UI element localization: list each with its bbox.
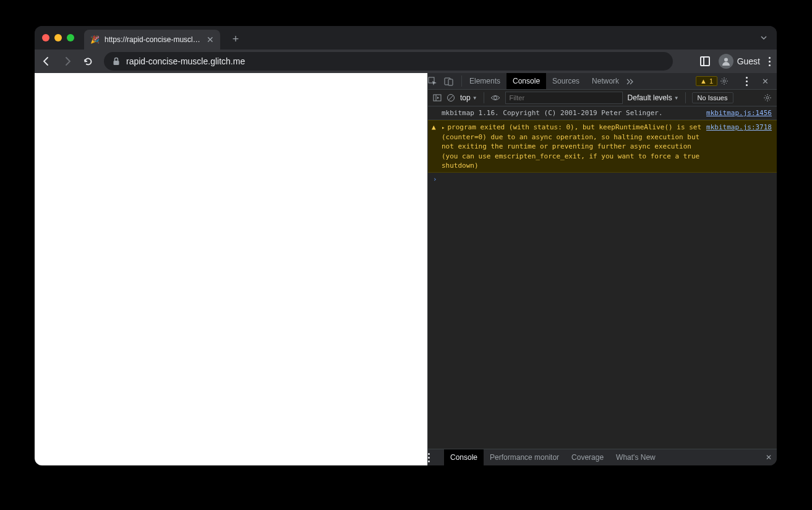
warnings-badge[interactable]: ▲ 1 <box>696 76 717 86</box>
profile-chip[interactable]: Guest <box>719 54 760 69</box>
svg-point-1 <box>724 58 728 62</box>
log-source-link[interactable]: mkbitmap.js:1456 <box>706 108 772 118</box>
log-message: ▸program exited (with status: 0), but ke… <box>442 123 706 170</box>
console-settings-icon[interactable] <box>763 93 772 102</box>
devtools-drawer: Console Performance monitor Coverage Wha… <box>428 449 777 465</box>
console-sidebar-toggle-icon[interactable] <box>433 93 442 102</box>
close-drawer-button[interactable]: ✕ <box>766 453 777 462</box>
browser-window: 🎉 https://rapid-concise-muscle.g ✕ + rap… <box>35 26 777 465</box>
new-tab-button[interactable]: + <box>228 31 244 47</box>
svg-line-9 <box>448 95 453 100</box>
svg-point-11 <box>766 97 769 99</box>
console-controls: top ▼ Default levels ▼ No Issues <box>428 90 777 106</box>
reload-button[interactable] <box>83 56 98 67</box>
content-area: Elements Console Sources Network ▲ 1 <box>35 73 777 465</box>
avatar-icon <box>719 54 733 69</box>
devtools-menu-icon[interactable] <box>738 77 754 86</box>
device-toolbar-icon[interactable] <box>444 77 460 86</box>
live-expression-icon[interactable] <box>490 94 500 102</box>
lock-icon <box>113 57 120 66</box>
warning-icon: ▲ <box>432 123 442 170</box>
warning-count: 1 <box>709 77 713 85</box>
window-controls <box>42 34 74 41</box>
chevron-down-icon[interactable] <box>759 33 768 42</box>
expand-icon[interactable]: ▸ <box>442 124 445 131</box>
forward-button[interactable] <box>62 56 77 67</box>
drawer-tab-whats-new[interactable]: What's New <box>610 449 662 465</box>
console-filter-input[interactable] <box>505 92 623 104</box>
close-window-button[interactable] <box>42 34 49 41</box>
drawer-tab-coverage[interactable]: Coverage <box>565 449 610 465</box>
maximize-window-button[interactable] <box>67 34 74 41</box>
console-log-entry[interactable]: mkbitmap 1.16. Copyright (C) 2001-2019 P… <box>428 106 777 120</box>
console-output: mkbitmap 1.16. Copyright (C) 2001-2019 P… <box>428 106 777 449</box>
tab-title: https://rapid-concise-muscle.g <box>105 35 202 44</box>
back-button[interactable] <box>41 56 56 67</box>
issues-button[interactable]: No Issues <box>692 92 733 103</box>
more-tabs-icon[interactable] <box>625 77 641 85</box>
close-tab-button[interactable]: ✕ <box>207 35 214 45</box>
close-devtools-button[interactable]: ✕ <box>757 77 773 86</box>
devtools-header: Elements Console Sources Network ▲ 1 <box>428 73 777 90</box>
warning-icon: ▲ <box>700 77 707 85</box>
address-bar[interactable]: rapid-concise-muscle.glitch.me <box>104 52 673 71</box>
browser-menu-button[interactable] <box>769 57 771 66</box>
devtools-panel: Elements Console Sources Network ▲ 1 <box>427 73 777 465</box>
inspect-element-icon[interactable] <box>428 77 444 86</box>
tab-console[interactable]: Console <box>506 73 546 89</box>
clear-console-icon[interactable] <box>447 93 455 102</box>
tab-network[interactable]: Network <box>586 73 625 89</box>
tab-sources[interactable]: Sources <box>546 73 586 89</box>
browser-tab[interactable]: 🎉 https://rapid-concise-muscle.g ✕ <box>84 30 220 50</box>
console-warning-entry[interactable]: ▲ ▸program exited (with status: 0), but … <box>428 120 777 173</box>
tab-elements[interactable]: Elements <box>463 73 506 89</box>
svg-point-5 <box>723 80 725 82</box>
svg-rect-0 <box>114 61 119 65</box>
drawer-tab-console[interactable]: Console <box>444 449 484 465</box>
log-message: mkbitmap 1.16. Copyright (C) 2001-2019 P… <box>442 108 706 118</box>
log-levels-selector[interactable]: Default levels ▼ <box>628 93 679 102</box>
execution-context-selector[interactable]: top ▼ <box>460 93 477 102</box>
tab-favicon-icon: 🎉 <box>90 35 100 44</box>
page-viewport[interactable] <box>35 73 427 465</box>
profile-label: Guest <box>737 56 760 66</box>
log-source-link[interactable]: mkbitmap.js:3718 <box>706 123 772 170</box>
settings-icon[interactable] <box>720 77 736 85</box>
console-prompt[interactable]: › <box>428 173 777 186</box>
drawer-tab-performance-monitor[interactable]: Performance monitor <box>484 449 565 465</box>
tab-bar: 🎉 https://rapid-concise-muscle.g ✕ + <box>35 26 777 50</box>
drawer-menu-icon[interactable] <box>428 453 444 462</box>
panel-toggle-icon[interactable] <box>700 56 710 66</box>
svg-rect-4 <box>448 79 453 85</box>
url-text: rapid-concise-muscle.glitch.me <box>126 56 245 66</box>
svg-point-10 <box>494 97 497 100</box>
minimize-window-button[interactable] <box>54 34 62 41</box>
toolbar: rapid-concise-muscle.glitch.me Guest <box>35 50 777 73</box>
